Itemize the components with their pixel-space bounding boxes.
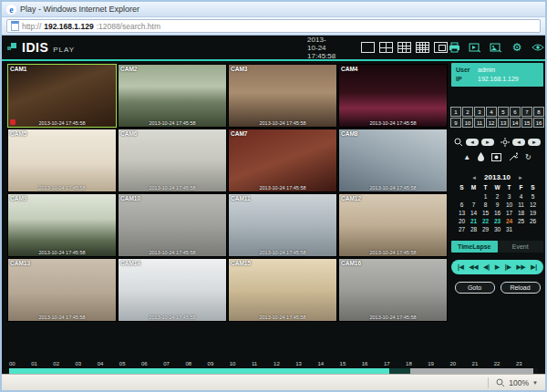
- refresh-icon[interactable]: ↻: [525, 153, 532, 161]
- zoom-dropdown-icon[interactable]: ▼: [532, 380, 538, 386]
- browser-zoom-level[interactable]: 100%: [509, 378, 529, 387]
- snapshot-icon[interactable]: [491, 153, 501, 161]
- timeline-segment-other[interactable]: [410, 368, 533, 374]
- channel-button[interactable]: 1: [450, 107, 461, 117]
- calendar-day[interactable]: 31: [503, 226, 515, 232]
- calendar-day[interactable]: 24: [503, 218, 515, 224]
- reload-button[interactable]: Reload: [501, 282, 541, 294]
- zoom-in-button[interactable]: ►: [481, 139, 494, 146]
- camera-tile[interactable]: CAM9 2013-10-24 17:45:58: [7, 193, 117, 257]
- playback-button[interactable]: ▶|: [531, 260, 537, 274]
- calendar-day[interactable]: 19: [527, 210, 539, 216]
- calendar-day[interactable]: [527, 226, 539, 232]
- calendar-day[interactable]: 4: [515, 193, 527, 200]
- calendar-day[interactable]: 5: [527, 193, 539, 200]
- calendar-day[interactable]: 9: [491, 201, 503, 208]
- calendar-day[interactable]: 1: [480, 193, 491, 200]
- camera-tile[interactable]: CAM15 2013-10-24 17:45:58: [228, 258, 337, 322]
- layout-4x4-button[interactable]: [416, 42, 429, 53]
- calendar-day[interactable]: 27: [456, 226, 468, 232]
- channel-button[interactable]: 4: [486, 107, 497, 117]
- calendar-day[interactable]: 8: [480, 201, 491, 208]
- calendar-day[interactable]: [515, 226, 527, 232]
- calendar-day[interactable]: 22: [480, 218, 491, 224]
- camera-tile[interactable]: CAM3 2013-10-24 17:45:58: [228, 64, 337, 128]
- camera-tile[interactable]: CAM4 2013-10-24 17:45:58: [338, 64, 448, 128]
- print-icon[interactable]: [448, 42, 460, 54]
- calendar-day[interactable]: 12: [527, 201, 539, 208]
- alarm-icon[interactable]: ▲: [463, 153, 470, 161]
- channel-button[interactable]: 6: [510, 107, 521, 117]
- calendar-day[interactable]: 28: [468, 226, 480, 232]
- layout-special-button[interactable]: [434, 42, 448, 53]
- layout-3x3-button[interactable]: [397, 42, 411, 53]
- playback-button[interactable]: ▶: [495, 260, 500, 274]
- goto-button[interactable]: Goto: [455, 282, 495, 294]
- calendar-day[interactable]: 18: [515, 210, 527, 216]
- live-view-icon[interactable]: [532, 42, 544, 54]
- calendar-day[interactable]: 30: [491, 226, 503, 232]
- camera-tile[interactable]: CAM12 2013-10-24 17:45:58: [338, 193, 448, 257]
- camera-tile[interactable]: CAM16 2013-10-24 17:45:58: [338, 258, 448, 322]
- layout-1x1-button[interactable]: [361, 42, 375, 53]
- camera-tile[interactable]: CAM1 2013-10-24 17:45:58: [7, 64, 117, 128]
- playback-button[interactable]: ◀|: [483, 260, 490, 274]
- calendar-day[interactable]: 16: [491, 210, 503, 216]
- calendar-next-icon[interactable]: ►: [518, 175, 523, 181]
- playback-button[interactable]: ▶▶: [516, 260, 525, 274]
- camera-tile[interactable]: CAM11 2013-10-24 17:45:58: [228, 193, 337, 257]
- channel-button[interactable]: 3: [474, 107, 485, 117]
- camera-tile[interactable]: CAM5 2013-10-24 17:45:58: [7, 129, 117, 192]
- channel-button[interactable]: 5: [498, 107, 509, 117]
- camera-tile[interactable]: CAM2 2013-10-24 17:45:58: [118, 64, 227, 128]
- channel-button[interactable]: 9: [450, 118, 461, 128]
- tab-event[interactable]: Event: [498, 241, 544, 253]
- save-image-icon[interactable]: [490, 42, 502, 54]
- calendar-day[interactable]: [456, 193, 468, 200]
- zoom-out-button[interactable]: ◄: [466, 139, 479, 146]
- camera-tile[interactable]: CAM13 2013-10-24 17:45:58: [7, 258, 117, 322]
- calendar-day[interactable]: 6: [456, 201, 468, 208]
- camera-tile[interactable]: CAM10 2013-10-24 17:45:58: [118, 193, 227, 257]
- focus-near-button[interactable]: ◄: [512, 139, 525, 146]
- channel-button[interactable]: 10: [462, 118, 473, 128]
- calendar-day[interactable]: [468, 193, 480, 200]
- calendar-day[interactable]: 25: [515, 218, 527, 224]
- channel-button[interactable]: 14: [510, 118, 521, 128]
- calendar-day[interactable]: 15: [480, 210, 491, 216]
- channel-button[interactable]: 12: [486, 118, 497, 128]
- camera-tile[interactable]: CAM8 2013-10-24 17:45:58: [338, 129, 448, 192]
- channel-button[interactable]: 15: [521, 118, 532, 128]
- calendar-day[interactable]: 14: [468, 210, 480, 216]
- camera-tile[interactable]: CAM7 2013-10-24 17:45:58: [228, 129, 337, 192]
- layout-2x2-button[interactable]: [379, 42, 393, 53]
- channel-button[interactable]: 11: [474, 118, 485, 128]
- tab-timelapse[interactable]: TimeLapse: [451, 241, 498, 253]
- channel-button[interactable]: 7: [521, 107, 532, 117]
- calendar-day[interactable]: 21: [468, 218, 480, 224]
- address-input[interactable]: http://192.168.1.129:12088/search.htm: [6, 19, 541, 33]
- calendar-day[interactable]: 7: [468, 201, 480, 208]
- playback-button[interactable]: |▶: [505, 260, 511, 274]
- calendar-day[interactable]: 2: [491, 193, 503, 200]
- calendar-day[interactable]: 11: [515, 201, 527, 208]
- timeline-segment-current[interactable]: [389, 368, 410, 374]
- drop-icon[interactable]: [478, 152, 484, 161]
- settings-gear-icon[interactable]: ⚙: [511, 42, 523, 54]
- timeline-segment-recorded[interactable]: [9, 368, 389, 374]
- calendar-day[interactable]: 3: [503, 193, 515, 200]
- channel-button[interactable]: 2: [462, 107, 473, 117]
- camera-tile[interactable]: CAM14 2013-10-24 17:45:58: [118, 258, 227, 322]
- camera-tile[interactable]: CAM6 2013-10-24 17:45:58: [118, 129, 227, 192]
- focus-far-button[interactable]: ►: [528, 139, 541, 146]
- channel-button[interactable]: 13: [498, 118, 509, 128]
- calendar-day[interactable]: 29: [480, 226, 491, 232]
- channel-button[interactable]: 16: [533, 118, 544, 128]
- calendar-day[interactable]: 13: [456, 210, 468, 216]
- calendar-day[interactable]: 26: [527, 218, 539, 224]
- calendar-day[interactable]: 20: [456, 218, 468, 224]
- calendar-day[interactable]: 23: [491, 218, 503, 224]
- calendar-day[interactable]: 10: [503, 201, 515, 208]
- playback-button[interactable]: |◀: [458, 260, 464, 274]
- channel-button[interactable]: 8: [533, 107, 544, 117]
